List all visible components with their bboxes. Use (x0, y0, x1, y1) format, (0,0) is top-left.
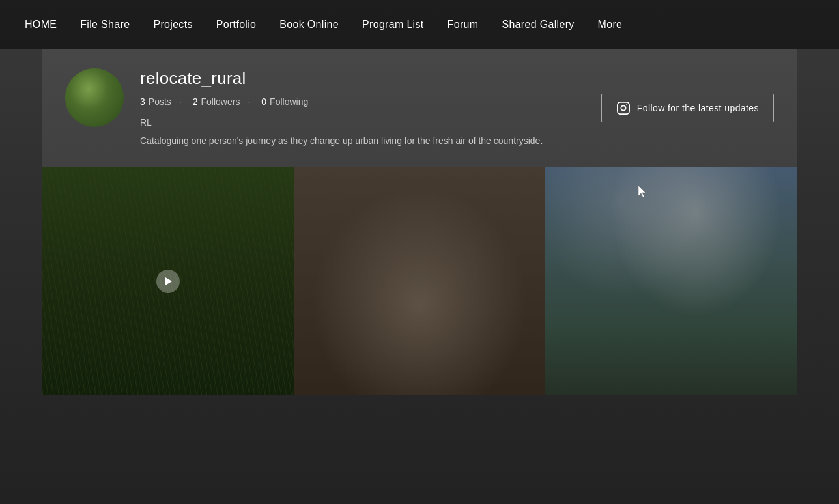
follow-button[interactable]: Follow for the latest updates (601, 94, 774, 122)
followers-count: 2 (193, 96, 198, 107)
instagram-icon (616, 101, 631, 115)
nav-item-projects[interactable]: Projects (141, 0, 204, 49)
avatar-image (65, 68, 124, 127)
following-label: Following (270, 96, 308, 107)
stat-following: 0 Following (240, 96, 308, 107)
nav-item-shared-gallery[interactable]: Shared Gallery (490, 0, 586, 49)
play-triangle (164, 277, 173, 286)
nav-item-home[interactable]: HOME (13, 0, 68, 49)
nav-item-more[interactable]: More (586, 0, 634, 49)
gallery-overlay-2 (294, 167, 545, 395)
gallery-overlay-3 (545, 167, 797, 395)
nav-item-portfolio[interactable]: Portfolio (205, 0, 268, 49)
content-area: relocate_rural 3 Posts 2 Followers 0 Fol… (42, 49, 797, 395)
followers-label: Followers (201, 96, 240, 107)
gallery-item-2[interactable] (294, 167, 545, 395)
profile-bio: Cataloguing one person's journey as they… (140, 134, 563, 148)
navbar: HOME File Share Projects Portfolio Book … (0, 0, 839, 49)
svg-point-1 (621, 105, 625, 110)
follow-button-label: Follow for the latest updates (637, 103, 759, 113)
svg-point-2 (626, 104, 627, 105)
avatar (65, 68, 124, 127)
gallery-item-3[interactable] (545, 167, 797, 395)
svg-rect-0 (618, 102, 629, 114)
following-count: 0 (261, 96, 266, 107)
gallery-grid (42, 167, 797, 395)
nav-item-file-share[interactable]: File Share (68, 0, 141, 49)
gallery-item-1[interactable] (42, 167, 294, 395)
nav-item-forum[interactable]: Forum (436, 0, 491, 49)
posts-count: 3 (140, 96, 145, 107)
profile-info: relocate_rural 3 Posts 2 Followers 0 Fol… (140, 68, 585, 148)
posts-label: Posts (149, 96, 171, 107)
profile-username: relocate_rural (140, 68, 585, 89)
stat-posts: 3 Posts (140, 96, 171, 107)
profile-stats: 3 Posts 2 Followers 0 Following (140, 96, 585, 107)
stat-followers: 2 Followers (171, 96, 240, 107)
profile-section: relocate_rural 3 Posts 2 Followers 0 Fol… (42, 49, 797, 167)
nav-item-program-list[interactable]: Program List (350, 0, 436, 49)
svg-marker-3 (165, 277, 172, 285)
video-play-icon (156, 270, 180, 293)
nav-item-book-online[interactable]: Book Online (268, 0, 350, 49)
profile-handle: RL (140, 117, 585, 128)
